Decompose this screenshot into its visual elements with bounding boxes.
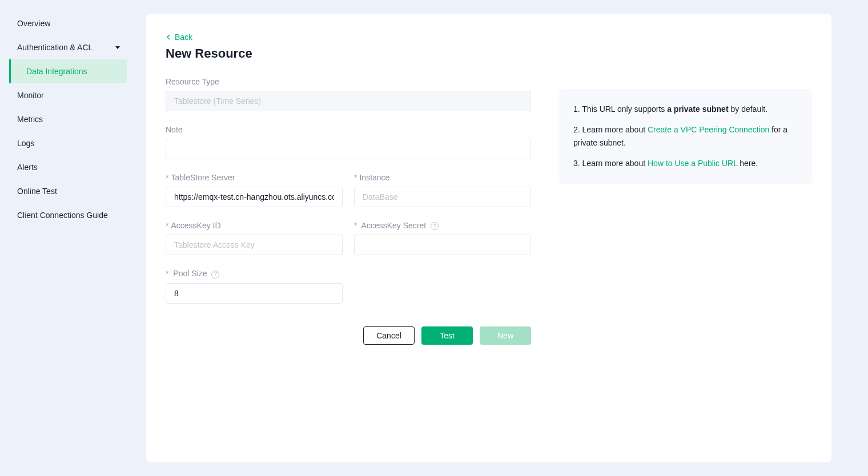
chevron-left-icon bbox=[166, 34, 171, 40]
sidebar-item-label: Authentication & ACL bbox=[17, 43, 93, 52]
info-panel: 1. This URL only supports a private subn… bbox=[558, 89, 812, 444]
button-row: Cancel Test New bbox=[166, 326, 531, 345]
sidebar-item-client-connections-guide[interactable]: Client Connections Guide bbox=[0, 203, 137, 227]
back-link[interactable]: Back bbox=[166, 33, 192, 42]
sidebar-item-online-test[interactable]: Online Test bbox=[0, 179, 137, 203]
pool-size-group: Pool Size ? bbox=[166, 269, 343, 303]
tablestore-server-group: TableStore Server bbox=[166, 173, 343, 207]
sidebar-item-label: Logs bbox=[17, 139, 34, 148]
sidebar-item-label: Monitor bbox=[17, 91, 44, 100]
sidebar: Overview Authentication & ACL Data Integ… bbox=[0, 0, 137, 476]
sidebar-item-monitor[interactable]: Monitor bbox=[0, 83, 137, 107]
cancel-button[interactable]: Cancel bbox=[363, 326, 415, 345]
access-key-id-group: AccessKey ID bbox=[166, 221, 343, 255]
row-access-keys: AccessKey ID AccessKey Secret ? bbox=[166, 221, 531, 269]
tablestore-server-label: TableStore Server bbox=[166, 173, 343, 182]
sidebar-item-label: Client Connections Guide bbox=[17, 211, 108, 220]
back-label: Back bbox=[175, 33, 192, 42]
sidebar-item-overview[interactable]: Overview bbox=[0, 11, 137, 35]
resource-type-label: Resource Type bbox=[166, 77, 531, 86]
chevron-down-icon bbox=[115, 46, 120, 49]
access-key-id-input[interactable] bbox=[166, 235, 343, 255]
sidebar-item-label: Online Test bbox=[17, 187, 57, 196]
new-button: New bbox=[480, 326, 531, 345]
public-url-link[interactable]: How to Use a Public URL bbox=[648, 159, 737, 168]
sidebar-item-label: Metrics bbox=[17, 115, 43, 124]
info-box: 1. This URL only supports a private subn… bbox=[558, 89, 812, 184]
note-label: Note bbox=[166, 125, 531, 134]
sidebar-item-alerts[interactable]: Alerts bbox=[0, 155, 137, 179]
tablestore-server-input[interactable] bbox=[166, 187, 343, 207]
note-group: Note bbox=[166, 125, 531, 159]
note-input[interactable] bbox=[166, 139, 531, 159]
form-area: Back New Resource Resource Type Note Tab… bbox=[166, 32, 531, 444]
access-key-secret-label: AccessKey Secret ? bbox=[354, 221, 531, 230]
sidebar-item-label: Overview bbox=[17, 19, 50, 28]
help-icon[interactable]: ? bbox=[211, 271, 219, 279]
sidebar-item-authentication-acl[interactable]: Authentication & ACL bbox=[0, 35, 137, 59]
main-content: Back New Resource Resource Type Note Tab… bbox=[137, 0, 868, 476]
pool-size-input[interactable] bbox=[166, 283, 343, 304]
sidebar-item-label: Alerts bbox=[17, 163, 38, 172]
access-key-id-label: AccessKey ID bbox=[166, 221, 343, 230]
info-item-1: 1. This URL only supports a private subn… bbox=[573, 103, 797, 115]
instance-group: Instance bbox=[354, 173, 531, 207]
sidebar-item-label: Data Integrations bbox=[26, 67, 87, 76]
access-key-secret-input[interactable] bbox=[354, 235, 531, 255]
resource-type-group: Resource Type bbox=[166, 77, 531, 111]
test-button[interactable]: Test bbox=[421, 326, 473, 345]
page-title: New Resource bbox=[166, 46, 531, 61]
vpc-peering-link[interactable]: Create a VPC Peering Connection bbox=[648, 125, 769, 134]
resource-type-input bbox=[166, 91, 531, 111]
sidebar-item-metrics[interactable]: Metrics bbox=[0, 107, 137, 131]
access-key-secret-group: AccessKey Secret ? bbox=[354, 221, 531, 255]
info-item-2: 2. Learn more about Create a VPC Peering… bbox=[573, 123, 797, 149]
instance-input[interactable] bbox=[354, 187, 531, 207]
row-server-instance: TableStore Server Instance bbox=[166, 173, 531, 221]
instance-label: Instance bbox=[354, 173, 531, 182]
sidebar-item-data-integrations[interactable]: Data Integrations bbox=[9, 59, 127, 83]
sidebar-item-logs[interactable]: Logs bbox=[0, 131, 137, 155]
info-item-3: 3. Learn more about How to Use a Public … bbox=[573, 157, 797, 170]
pool-size-label: Pool Size ? bbox=[166, 269, 343, 278]
help-icon[interactable]: ? bbox=[431, 222, 439, 230]
card: Back New Resource Resource Type Note Tab… bbox=[146, 14, 831, 462]
